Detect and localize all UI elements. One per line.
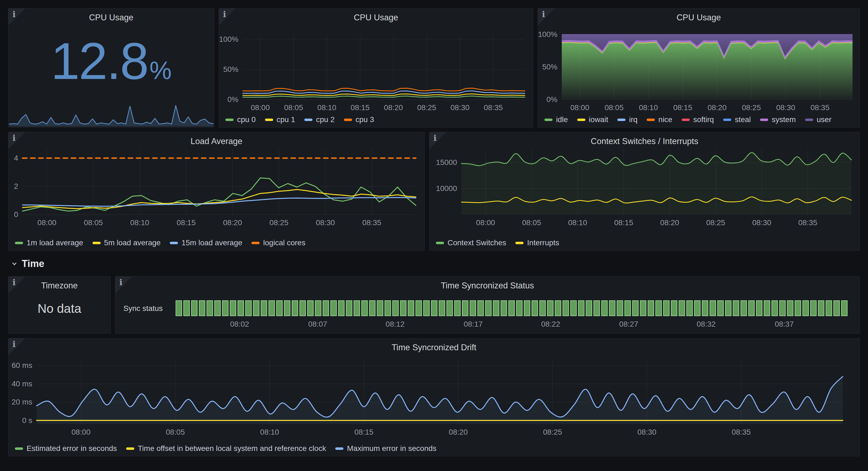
info-icon: i: [12, 9, 16, 19]
legend-item[interactable]: cpu 3: [344, 115, 374, 124]
panel-cpu-usage-stat: i CPU Usage 12.8 %: [8, 8, 214, 127]
x-axis-label: 08:05: [284, 104, 303, 112]
panel-title[interactable]: CPU Usage: [538, 8, 860, 23]
x-axis-label: 08:27: [619, 320, 638, 329]
cpu-cores-chart[interactable]: 0%50%100%08:0008:0508:1008:1508:2008:250…: [243, 34, 525, 99]
dashboard-row-time: i Timezone No data i Time Syncronized St…: [8, 276, 860, 334]
legend-item[interactable]: irq: [617, 115, 638, 124]
x-axis-label: 08:17: [464, 320, 483, 329]
legend-item[interactable]: system: [760, 115, 796, 124]
sync-status-bars[interactable]: 08:0208:0708:1208:1708:2208:2708:3208:37: [175, 300, 848, 316]
panel-title[interactable]: CPU Usage: [219, 8, 533, 23]
legend-label: cpu 1: [277, 115, 296, 124]
drift-chart[interactable]: 0 s20 ms40 ms60 ms08:0008:0508:1008:1508…: [37, 360, 843, 424]
legend-label: softirq: [693, 115, 714, 124]
stat-value: 12.8 %: [8, 35, 214, 87]
load-average-chart[interactable]: 02408:0008:0508:1008:1508:2008:2508:3008…: [23, 149, 416, 215]
legend-swatch: [15, 242, 23, 244]
legend-item[interactable]: iowait: [577, 115, 609, 124]
panel-info-corner[interactable]: i: [8, 338, 25, 355]
x-axis-label: 08:00: [251, 104, 270, 112]
legend-item[interactable]: Time offset in between local system and …: [126, 444, 326, 453]
legend-label: system: [772, 115, 796, 124]
panel-info-corner[interactable]: i: [8, 276, 25, 293]
legend-swatch: [723, 119, 731, 121]
panel-info-corner[interactable]: i: [115, 276, 132, 293]
sync-status-row-label: Sync status: [123, 304, 163, 313]
legend-swatch: [304, 119, 312, 121]
x-axis-label: 08:25: [742, 104, 761, 112]
panel-info-corner[interactable]: i: [429, 132, 446, 149]
x-axis-label: 08:25: [417, 104, 436, 112]
y-axis-label: 2: [14, 182, 18, 191]
legend-swatch: [760, 119, 768, 121]
x-axis-label: 08:00: [37, 218, 56, 227]
legend-swatch: [126, 447, 134, 450]
legend-item[interactable]: Interrupts: [516, 238, 559, 247]
x-axis-label: 08:20: [660, 218, 679, 227]
x-axis-label: 08:30: [776, 104, 795, 112]
legend-item[interactable]: logical cores: [251, 238, 305, 247]
legend-item[interactable]: cpu 0: [225, 115, 256, 124]
legend-item[interactable]: 15m load average: [170, 238, 242, 247]
panel-info-corner[interactable]: i: [219, 8, 236, 25]
x-axis-label: 08:30: [752, 218, 771, 227]
x-axis-label: 08:10: [639, 104, 658, 112]
section-header-time[interactable]: Time: [11, 256, 859, 271]
panel-title[interactable]: Time Syncronized Status: [115, 276, 860, 291]
x-axis-label: 08:20: [448, 428, 468, 437]
x-axis-label: 08:00: [570, 104, 589, 112]
y-axis-label: 0%: [227, 95, 239, 104]
panel-load-average: i Load Average 02408:0008:0508:1008:1508…: [8, 132, 425, 251]
x-axis-label: 08:00: [71, 428, 90, 437]
legend-item[interactable]: nice: [647, 115, 672, 124]
legend-label: cpu 0: [237, 115, 256, 124]
legend-item[interactable]: user: [805, 115, 831, 124]
legend-swatch: [682, 119, 690, 121]
y-axis-label: 10000: [436, 184, 457, 193]
context-switches-chart[interactable]: 100001500008:0008:0508:1008:1508:2008:25…: [461, 149, 851, 215]
panel-info-corner[interactable]: i: [8, 132, 25, 149]
x-axis-label: 08:30: [638, 428, 656, 437]
legend-item[interactable]: Context Switches: [436, 238, 506, 247]
panel-timezone: i Timezone No data: [8, 276, 111, 334]
legend-item[interactable]: softirq: [682, 115, 714, 124]
panel-title[interactable]: CPU Usage: [8, 8, 214, 23]
y-axis-label: 15000: [436, 158, 457, 167]
x-axis-label: 08:15: [177, 218, 195, 227]
legend-label: cpu 2: [316, 115, 335, 124]
legend-item[interactable]: Maximum error in seconds: [335, 444, 436, 453]
no-data-message: No data: [8, 301, 111, 316]
x-axis-label: 08:37: [775, 320, 794, 329]
y-axis-label: 60 ms: [12, 361, 32, 370]
x-axis-label: 08:22: [541, 320, 560, 329]
legend-item[interactable]: cpu 1: [265, 115, 296, 124]
legend-item[interactable]: idle: [545, 115, 568, 124]
legend-item[interactable]: Estimated error in seconds: [15, 444, 117, 453]
panel-title[interactable]: Context Switches / Interrupts: [429, 132, 860, 147]
legend-label: cpu 3: [355, 115, 374, 124]
legend-item[interactable]: 1m load average: [15, 238, 83, 247]
y-axis-label: 4: [14, 154, 18, 163]
panel-info-corner[interactable]: i: [8, 8, 25, 25]
legend-item[interactable]: 5m load average: [93, 238, 161, 247]
section-title: Time: [22, 258, 44, 269]
legend-item[interactable]: cpu 2: [304, 115, 335, 124]
legend-swatch: [265, 119, 273, 121]
cpu-modes-chart[interactable]: 0%50%100%08:0008:0508:1008:1508:2008:250…: [562, 34, 852, 99]
legend-item[interactable]: steal: [723, 115, 751, 124]
panel-title[interactable]: Load Average: [8, 132, 425, 147]
legend-swatch: [617, 119, 625, 121]
info-icon: i: [12, 340, 16, 349]
x-axis-label: 08:20: [707, 104, 726, 112]
chevron-down-icon: [11, 260, 18, 267]
panel-info-corner[interactable]: i: [538, 8, 555, 25]
legend-label: iowait: [589, 115, 609, 124]
cpu-stat-sparkline[interactable]: [9, 101, 213, 126]
legend-label: Context Switches: [447, 238, 506, 247]
y-axis-label: 100%: [219, 35, 239, 44]
chart-legend: 1m load average5m load average15m load a…: [15, 238, 305, 247]
x-axis-label: 08:10: [130, 218, 149, 227]
panel-context-switches: i Context Switches / Interrupts 10000150…: [429, 132, 860, 251]
panel-title[interactable]: Time Syncronized Drift: [8, 338, 860, 353]
